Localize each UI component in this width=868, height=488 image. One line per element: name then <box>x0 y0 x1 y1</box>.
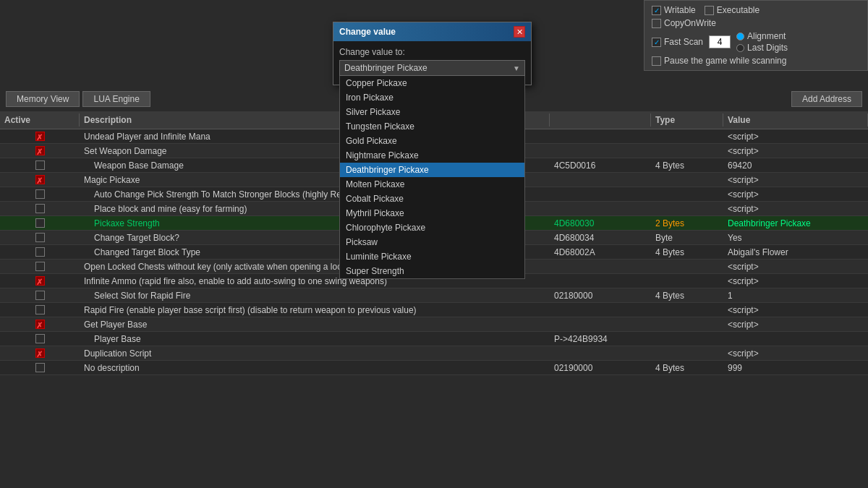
dropdown-item[interactable]: Cobalt Pickaxe <box>340 192 524 206</box>
dialog-overlay: Change value ✕ Change value to: Deathbri… <box>0 0 868 488</box>
dialog-title: Change value <box>339 27 396 37</box>
dropdown-item[interactable]: Deathbringer Pickaxe <box>340 163 524 177</box>
dropdown-arrow-icon: ▼ <box>513 64 520 72</box>
dropdown-item[interactable]: Luminite Pickaxe <box>340 249 524 264</box>
dropdown-item[interactable]: Gold Pickaxe <box>340 134 524 148</box>
dropdown-list[interactable]: Copper PickaxeIron PickaxeSilver Pickaxe… <box>339 76 525 279</box>
dropdown-item[interactable]: Super Strength <box>340 264 524 278</box>
dialog-title-bar[interactable]: Change value ✕ <box>333 22 531 41</box>
dropdown-item[interactable]: Chlorophyte Pickaxe <box>340 221 524 235</box>
dropdown-item[interactable]: Copper Pickaxe <box>340 76 524 90</box>
dropdown-item[interactable]: Picksaw <box>340 235 524 249</box>
dialog-body: Change value to: Deathbringer Pickaxe ▼ … <box>333 41 531 85</box>
dropdown-item[interactable]: Molten Pickaxe <box>340 177 524 192</box>
dropdown-item[interactable]: Silver Pickaxe <box>340 105 524 119</box>
dialog-selected-value: Deathbringer Pickaxe <box>344 63 427 73</box>
dialog-close-button[interactable]: ✕ <box>514 26 525 38</box>
dropdown-item[interactable]: Iron Pickaxe <box>340 90 524 105</box>
dropdown-item[interactable]: Tungsten Pickaxe <box>340 119 524 134</box>
change-value-dialog: Change value ✕ Change value to: Deathbri… <box>333 22 532 85</box>
dropdown-item[interactable]: Mythril Pickaxe <box>340 206 524 221</box>
dropdown-item[interactable]: Nightmare Pickaxe <box>340 148 524 163</box>
dialog-select-wrapper: Deathbringer Pickaxe ▼ Copper PickaxeIro… <box>339 60 525 76</box>
dialog-label: Change value to: <box>339 47 525 57</box>
dialog-select-display[interactable]: Deathbringer Pickaxe ▼ <box>339 60 525 76</box>
